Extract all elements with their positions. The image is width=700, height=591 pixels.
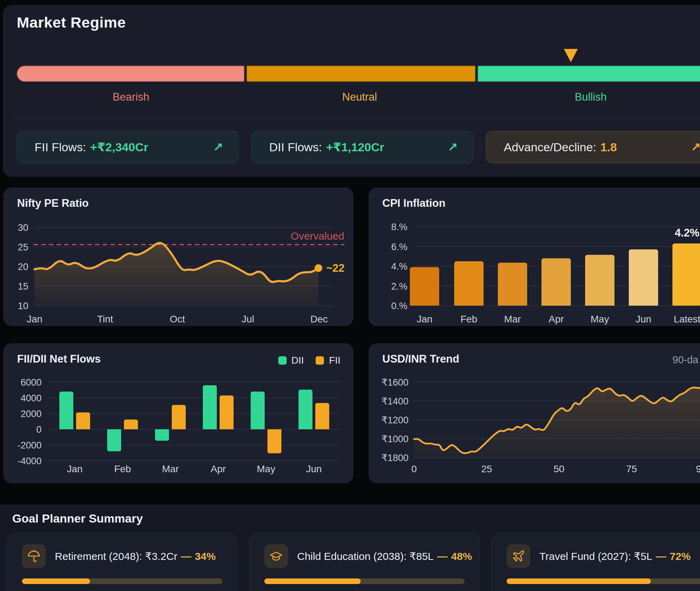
gauge-label-bearish: Bearish [112, 91, 149, 103]
svg-text:Dec: Dec [310, 314, 328, 324]
svg-text:Mar: Mar [504, 314, 521, 324]
svg-text:9: 9 [696, 464, 700, 474]
goal-label: Travel Fund (2027): ₹5L—72% [539, 550, 691, 562]
svg-text:Apr: Apr [548, 314, 564, 324]
svg-text:Jan: Jan [67, 464, 82, 474]
svg-text:~22: ~22 [326, 262, 345, 274]
trend-up-arrow-icon: ↗ [448, 140, 458, 154]
stat-value: +₹2,340Cr [90, 140, 148, 154]
goal-progress-fill [22, 578, 90, 584]
svg-text:May: May [257, 464, 275, 474]
nifty-pe-panel: 3025201510JanTintOctJulDecOvervalued~22 … [3, 188, 353, 326]
svg-text:25: 25 [481, 464, 492, 474]
svg-text:₹1800: ₹1800 [382, 453, 408, 463]
svg-text:4000: 4000 [21, 393, 42, 403]
panel-title: USD/INR Trend [382, 353, 459, 365]
gauge-segment-neutral [246, 66, 476, 82]
stat-label: FII Flows: [35, 140, 86, 154]
svg-text:₹1400: ₹1400 [382, 396, 408, 407]
goal-planner-section: Goal Planner Summary Retirement (2048): … [0, 505, 700, 591]
svg-text:8.%: 8.% [391, 222, 407, 232]
svg-text:Jun: Jun [306, 464, 322, 474]
svg-text:25: 25 [18, 242, 28, 253]
svg-text:2.%: 2.% [391, 281, 407, 292]
goal-progress-fill [264, 578, 361, 584]
legend-item-fii: FII [316, 355, 340, 366]
fii-flows-pill[interactable]: FII Flows:+₹2,340Cr ↗ [17, 131, 239, 163]
gauge-pointer-icon [564, 49, 578, 62]
svg-text:Feb: Feb [114, 464, 131, 474]
svg-text:Overvalued: Overvalued [291, 230, 344, 242]
svg-text:Jan: Jan [417, 314, 432, 324]
svg-text:₹1200: ₹1200 [382, 415, 408, 425]
legend-item-dii: DII [278, 355, 304, 366]
range-label: 90-da [672, 354, 698, 366]
svg-text:30: 30 [18, 222, 28, 233]
svg-text:Latest: Latest [674, 314, 700, 324]
goal-cards-row: Retirement (2048): ₹3.2Cr—34% Child Educ… [7, 533, 700, 591]
stat-label: DII Flows: [269, 140, 322, 154]
page-title: Market Regime [17, 14, 126, 31]
graduation-cap-icon [264, 544, 288, 568]
svg-text:6000: 6000 [21, 377, 42, 388]
goal-progress-track [22, 578, 222, 584]
market-regime-gauge [17, 66, 700, 82]
svg-text:Mar: Mar [162, 464, 179, 474]
legend-label: DII [292, 355, 304, 366]
plane-icon [507, 544, 530, 568]
legend-label: FII [329, 355, 340, 366]
svg-text:Apr: Apr [211, 464, 226, 474]
svg-text:Tint: Tint [97, 314, 113, 324]
svg-text:Oct: Oct [170, 314, 185, 324]
advance-decline-pill[interactable]: Advance/Decline:1.8 ↗ [486, 131, 700, 163]
stat-value: 1.8 [600, 140, 617, 154]
panel-title: Nifty PE Ratio [17, 197, 89, 210]
stat-row: FII Flows:+₹2,340Cr ↗ DII Flows:+₹1,120C… [17, 131, 700, 163]
svg-text:-4000: -4000 [17, 456, 42, 466]
svg-text:2000: 2000 [21, 409, 42, 419]
svg-text:10: 10 [18, 301, 28, 311]
goal-card-travel-fund[interactable]: Travel Fund (2027): ₹5L—72% [492, 533, 700, 591]
fii-legend-swatch [316, 356, 324, 365]
gauge-label-bullish: Bullish [575, 91, 606, 103]
goal-progress-track [507, 578, 700, 584]
svg-text:15: 15 [18, 281, 28, 292]
goal-progress-fill [507, 578, 651, 584]
usd-inr-panel: ₹1600₹1400₹1200₹1000₹180002550759 USD/IN… [369, 343, 700, 483]
goal-card-child-education[interactable]: Child Education (2038): ₹85L—48% [249, 533, 480, 591]
svg-text:0: 0 [36, 424, 42, 435]
svg-text:₹1600: ₹1600 [382, 377, 408, 388]
fii-dii-flows-panel: 6000400020000-2000-4000JanFebMarAprMayJu… [3, 343, 353, 483]
section-title: Goal Planner Summary [12, 512, 143, 525]
svg-text:20: 20 [18, 262, 28, 272]
svg-text:0.%: 0.% [391, 301, 407, 311]
svg-text:4.2%: 4.2% [675, 227, 700, 239]
svg-text:Jan: Jan [27, 314, 42, 324]
svg-text:6.%: 6.% [391, 242, 407, 252]
svg-text:Feb: Feb [460, 314, 477, 324]
stat-label: Advance/Decline: [504, 140, 596, 154]
trend-up-arrow-icon: ↗ [691, 140, 700, 154]
dii-flows-pill[interactable]: DII Flows:+₹1,120Cr ↗ [251, 131, 473, 163]
svg-text:May: May [591, 314, 609, 324]
svg-text:4.%: 4.% [391, 261, 407, 272]
stat-value: +₹1,120Cr [326, 140, 384, 154]
goal-label: Child Education (2038): ₹85L—48% [297, 550, 472, 562]
svg-text:0: 0 [411, 464, 417, 474]
gauge-segment-bearish [17, 66, 244, 82]
svg-text:-2000: -2000 [17, 440, 42, 451]
panel-title: CPI Inflation [382, 197, 445, 210]
svg-text:Jun: Jun [635, 314, 651, 324]
svg-text:75: 75 [626, 464, 637, 474]
svg-text:₹1000: ₹1000 [382, 434, 408, 444]
goal-card-retirement[interactable]: Retirement (2048): ₹3.2Cr—34% [7, 533, 237, 591]
chart-legend: DII FII [278, 355, 340, 366]
goal-label: Retirement (2048): ₹3.2Cr—34% [55, 550, 216, 562]
market-regime-section: Market Regime Bearish Neutral Bullish FI… [3, 5, 700, 177]
cpi-inflation-panel: 8.%6.%4.%2.%0.%JanFebMarAprMayJunLatest4… [369, 188, 700, 326]
svg-text:50: 50 [553, 464, 564, 474]
svg-text:Jul: Jul [242, 314, 254, 324]
dii-legend-swatch [278, 356, 287, 365]
gauge-label-neutral: Neutral [342, 91, 377, 103]
panel-title: FII/DII Net Flows [17, 353, 101, 365]
